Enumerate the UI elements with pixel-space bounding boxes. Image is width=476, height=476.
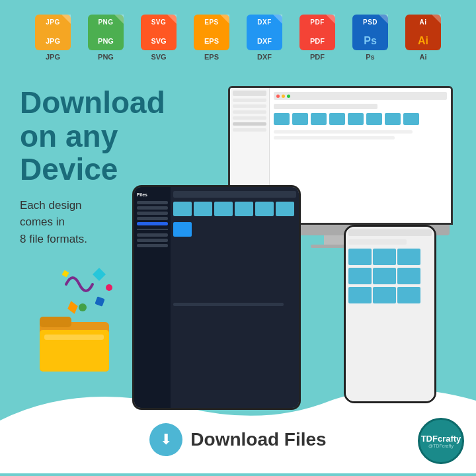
- file-label-png: PNG: [98, 53, 114, 61]
- svg-rect-9: [62, 270, 69, 278]
- file-label-psd: Ps: [366, 53, 374, 61]
- tablet-sidebar: Files: [134, 187, 171, 408]
- svg-marker-5: [66, 299, 80, 315]
- page-container: JPG JPG JPG PNG PNG PNG SVG SVG SVG EPS …: [0, 0, 476, 476]
- download-label[interactable]: Download Files: [190, 429, 326, 450]
- file-icon-png: PNG PNG PNG: [82, 15, 130, 61]
- headline: Download on any Device: [20, 86, 165, 186]
- file-ext-top-png: PNG: [88, 19, 124, 26]
- file-label-pdf: PDF: [310, 53, 325, 61]
- file-ext-top-psd: PSD: [352, 19, 388, 26]
- file-ext-top-dxf: DXF: [247, 19, 282, 26]
- headline-line3: Device: [20, 152, 118, 186]
- download-icon-circle[interactable]: ⬇: [149, 423, 182, 456]
- svg-rect-1: [40, 317, 71, 327]
- tablet: Files: [132, 185, 301, 410]
- file-label-svg: SVG: [151, 53, 166, 61]
- phone-folders: [348, 249, 432, 305]
- phone: [344, 225, 436, 403]
- confetti-shapes: [60, 264, 112, 317]
- file-ext-top-svg: SVG: [141, 19, 177, 26]
- svg-rect-6: [95, 296, 104, 306]
- svg-point-7: [79, 303, 87, 311]
- file-label-ai: Ai: [420, 53, 427, 61]
- file-icon-pdf: PDF PDF PDF: [294, 15, 341, 61]
- tablet-main: [171, 187, 299, 408]
- file-icons-row: JPG JPG JPG PNG PNG PNG SVG SVG SVG EPS …: [0, 0, 476, 61]
- tablet-folders: [173, 202, 296, 237]
- folder-illustration: [36, 311, 116, 380]
- file-icon-ai: Ai Ai Ai: [399, 15, 447, 61]
- file-icon-psd: PSD Ps Ps: [346, 15, 394, 61]
- file-icon-jpg: JPG JPG JPG: [29, 15, 77, 61]
- headline-line1: Download: [20, 85, 165, 120]
- file-icon-dxf: DXF DXF DXF: [241, 15, 288, 61]
- file-icon-eps: EPS EPS EPS: [188, 15, 235, 61]
- headline-line2: on any: [20, 119, 118, 153]
- file-ext-top-ai: Ai: [405, 19, 441, 26]
- file-icon-svg: SVG SVG SVG: [135, 15, 182, 61]
- file-label-dxf: DXF: [257, 53, 272, 61]
- svg-point-8: [106, 284, 112, 291]
- brand-handle: @TDFcrafty: [428, 444, 454, 448]
- file-label-eps: EPS: [204, 53, 219, 61]
- file-ext-top-pdf: PDF: [299, 19, 335, 26]
- file-ext-top-eps: EPS: [194, 19, 229, 26]
- file-label-jpg: JPG: [46, 53, 60, 61]
- download-arrow-icon: ⬇: [160, 431, 172, 448]
- download-area[interactable]: ⬇ Download Files: [0, 423, 476, 456]
- svg-rect-3: [44, 335, 104, 340]
- monitor-folders: [274, 113, 447, 125]
- brand-name: TDFcrafty: [421, 434, 461, 444]
- file-ext-top-jpg: JPG: [35, 19, 71, 26]
- svg-marker-4: [93, 268, 106, 281]
- brand-circle: TDFcrafty @TDFcrafty: [418, 418, 464, 464]
